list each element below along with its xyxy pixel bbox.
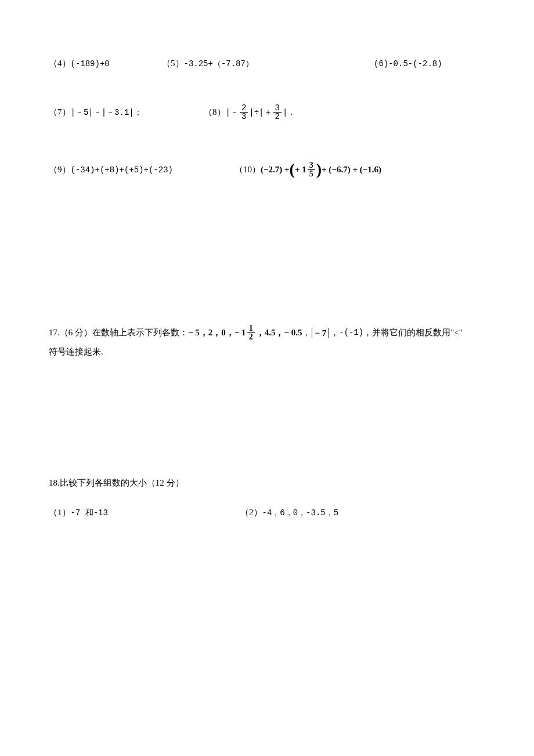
abs-value: − 7	[312, 328, 329, 338]
q17-line1: 17.（6 分）在数轴上表示下列各数： − 5，2，0， − 1 1 2 ，4.…	[49, 323, 485, 342]
problem-expr: (-34)+(+8)+(+5)+(-23)	[71, 165, 173, 175]
question-17: 17.（6 分）在数轴上表示下列各数： − 5，2，0， − 1 1 2 ，4.…	[49, 323, 485, 361]
problem-label: （2）	[240, 507, 262, 518]
expr-part: + (−6.7) + (−1.6)	[322, 165, 381, 175]
q17-nums2: ，4.5，− 0.5	[256, 323, 302, 342]
fraction: 3 5	[308, 161, 315, 178]
problem-label: （9）	[49, 164, 71, 175]
numerator: 1	[247, 324, 255, 333]
q17-line2: 符号连接起来.	[49, 342, 485, 361]
problem-row-78: （7） |－5|－|－3.1|； （8） |－ 2 3 |÷|＋ 3 2 |．	[49, 104, 485, 121]
problem-text: -4，6，0，-3.5，5	[262, 508, 339, 518]
problem-expr: |－5|－|－3.1|；	[71, 107, 142, 118]
problem-label: （1）	[49, 507, 71, 518]
fraction: 1 2	[247, 324, 255, 341]
fraction: 2 3	[240, 104, 248, 121]
numerator: 3	[308, 161, 315, 170]
problem-label: （10）	[234, 164, 261, 175]
q18-problem-2: （2） -4，6，0，-3.5，5	[240, 507, 338, 518]
answer-space	[49, 361, 485, 478]
problem-expr: -0.5-(-2.8)	[388, 59, 442, 68]
problem-label: （4）	[49, 58, 71, 69]
expr-part: |．	[283, 107, 295, 118]
problem-4: （4） (-189)+0	[49, 58, 162, 69]
expr-part: (−2.7) +	[261, 165, 290, 175]
close-paren-icon: )	[316, 161, 322, 178]
problem-row-910: （9） (-34)+(+8)+(+5)+(-23) （10） (−2.7) + …	[49, 161, 485, 178]
problem-9: （9） (-34)+(+8)+(+5)+(-23)	[49, 164, 234, 175]
expr-part: |÷|＋	[249, 107, 272, 118]
problem-6: (6) -0.5-(-2.8)	[374, 59, 442, 68]
problem-expr: -3.25+（-7.87）	[184, 59, 254, 69]
problem-expr: (-189)+0	[71, 59, 110, 68]
problem-7: （7） |－5|－|－3.1|；	[49, 107, 204, 118]
denominator: 5	[308, 170, 315, 178]
q18-subproblems: （1） -7 和-13 （2） -4，6，0，-3.5，5	[49, 507, 485, 518]
comma: ，	[302, 323, 311, 342]
neg-neg-one: -(-1)	[339, 324, 363, 342]
problem-row-456: （4） (-189)+0 （5） -3.25+（-7.87） (6) -0.5-…	[49, 58, 485, 69]
denominator: 2	[273, 113, 282, 121]
open-paren-icon: (	[290, 161, 295, 178]
q17-tail: ，并将它们的相反数用"<"	[363, 323, 463, 342]
problem-5: （5） -3.25+（-7.87）	[162, 58, 374, 69]
q17-nums: − 5，2，0，	[188, 323, 234, 342]
q18-problem-1: （1） -7 和-13	[49, 507, 240, 518]
q17-prefix: 17.（6 分）在数轴上表示下列各数：	[49, 323, 188, 342]
problem-label: (6)	[374, 59, 388, 68]
problem-label: （8）	[204, 107, 226, 118]
question-18: 18.比较下列各组数的大小（12 分） （1） -7 和-13 （2） -4，6…	[49, 478, 485, 518]
numerator: 2	[240, 104, 248, 113]
problem-10: （10） (−2.7) + ( + 1 3 5 ) + (−6.7) + (−1…	[234, 161, 381, 178]
denominator: 2	[247, 333, 255, 341]
q18-title: 18.比较下列各组数的大小（12 分）	[49, 478, 485, 489]
expr-part: |－	[226, 107, 239, 118]
problem-8: （8） |－ 2 3 |÷|＋ 3 2 |．	[204, 104, 295, 121]
denominator: 3	[240, 113, 248, 121]
comma: ，	[330, 323, 339, 342]
fraction: 3 2	[273, 104, 282, 121]
mixed-whole: − 1	[234, 323, 246, 342]
numerator: 3	[273, 104, 282, 113]
problem-label: （7）	[49, 107, 71, 118]
problem-label: （5）	[162, 58, 184, 69]
mixed-whole: + 1	[295, 165, 306, 175]
problem-text: -7 和-13	[71, 508, 108, 518]
